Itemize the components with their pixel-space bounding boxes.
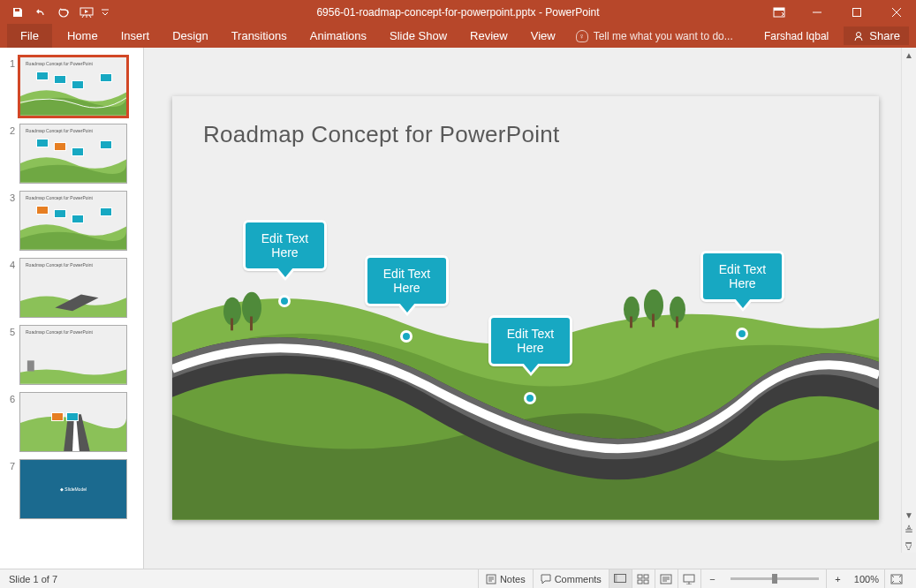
pin-1[interactable]: [278, 295, 291, 307]
callout-2[interactable]: Edit Text Here: [365, 255, 449, 306]
comments-icon: [541, 574, 551, 584]
tab-design[interactable]: Design: [161, 24, 219, 48]
callout-1[interactable]: Edit Text Here: [243, 220, 327, 271]
redo-icon: [57, 6, 70, 19]
thumb-number: 6: [0, 392, 19, 404]
maximize-button[interactable]: [837, 0, 876, 24]
maximize-icon: [852, 8, 861, 17]
comments-button[interactable]: Comments: [533, 569, 609, 589]
scroll-up-button[interactable]: ▲: [902, 48, 916, 63]
tab-transitions[interactable]: Transitions: [220, 24, 299, 48]
share-label: Share: [869, 29, 900, 42]
svg-rect-3: [774, 8, 784, 11]
slideshow-view-button[interactable]: [678, 569, 700, 589]
presentation-icon: [79, 6, 94, 19]
callout-3[interactable]: Edit Text Here: [488, 315, 572, 366]
pin-3[interactable]: [524, 392, 536, 404]
vertical-scrollbar[interactable]: ▲ ▼ ≜ ⩢: [901, 48, 916, 553]
tell-me-placeholder: Tell me what you want to do...: [594, 30, 733, 42]
pin-4[interactable]: [736, 328, 748, 340]
close-button[interactable]: [876, 0, 916, 24]
file-tab[interactable]: File: [7, 24, 52, 48]
reading-icon: [660, 574, 672, 584]
slide-thumbnail-6[interactable]: [19, 392, 127, 452]
minimize-button[interactable]: [797, 0, 837, 24]
slide-thumbnail-4[interactable]: Roadmap Concept for PowerPoint: [19, 258, 127, 318]
thumb-number: 4: [0, 258, 19, 270]
qat-customize-button[interactable]: [99, 2, 111, 23]
reading-view-button[interactable]: [655, 569, 678, 589]
slide-thumbnail-2[interactable]: Roadmap Concept for PowerPoint: [19, 124, 127, 184]
prev-slide-button[interactable]: ≜: [902, 523, 916, 538]
next-slide-button[interactable]: ⩢: [902, 538, 916, 553]
thumb-number: 1: [0, 57, 19, 69]
svg-point-5: [857, 32, 861, 36]
svg-rect-8: [231, 319, 233, 331]
minimize-icon: [813, 8, 821, 17]
svg-rect-25: [684, 575, 694, 582]
svg-rect-22: [638, 580, 642, 584]
redo-button[interactable]: [53, 2, 74, 23]
window-controls: [797, 0, 916, 24]
slide-thumbnails-panel: 1Roadmap Concept for PowerPoint 2Roadmap…: [0, 48, 144, 569]
svg-rect-23: [644, 580, 648, 584]
notes-icon: [486, 574, 496, 584]
thumb-number: 5: [0, 325, 19, 337]
tab-slide-show[interactable]: Slide Show: [378, 24, 458, 48]
tab-animations[interactable]: Animations: [299, 24, 378, 48]
pin-2[interactable]: [400, 330, 413, 343]
callout-4[interactable]: Edit Text Here: [700, 251, 784, 302]
ribbon-tabs: File Home Insert Design Transitions Anim…: [0, 24, 916, 48]
svg-rect-21: [644, 575, 648, 578]
status-bar: Slide 1 of 7 Notes Comments − + 100%: [0, 569, 916, 588]
slide-thumbnail-5[interactable]: Roadmap Concept for PowerPoint: [19, 325, 127, 385]
normal-view-button[interactable]: [609, 569, 632, 589]
svg-rect-19: [615, 574, 617, 582]
slide-thumbnail-7[interactable]: ◆ SlideModel: [19, 459, 127, 519]
zoom-slider[interactable]: [731, 577, 819, 580]
save-button[interactable]: [7, 2, 28, 23]
content-area: 1Roadmap Concept for PowerPoint 2Roadmap…: [0, 48, 916, 569]
normal-view-icon: [614, 574, 626, 584]
quick-access-toolbar: [0, 2, 111, 23]
zoom-in-button[interactable]: +: [826, 569, 849, 589]
svg-rect-14: [652, 314, 655, 328]
undo-button[interactable]: [30, 2, 51, 23]
slide-thumbnail-1[interactable]: Roadmap Concept for PowerPoint: [19, 57, 127, 117]
zoom-out-button[interactable]: −: [700, 569, 723, 589]
tell-me-search[interactable]: ♀ Tell me what you want to do...: [576, 30, 733, 42]
scroll-down-button[interactable]: ▼: [902, 508, 916, 523]
thumb-number: 2: [0, 124, 19, 136]
title-bar: 6956-01-roadmap-concept-for-powerpoint.p…: [0, 0, 916, 24]
chevron-down-icon: [102, 9, 109, 16]
tab-insert[interactable]: Insert: [110, 24, 162, 48]
svg-rect-10: [250, 317, 253, 331]
share-button[interactable]: Share: [844, 26, 909, 45]
sorter-icon: [637, 574, 649, 584]
start-slideshow-button[interactable]: [76, 2, 97, 23]
tab-home[interactable]: Home: [56, 24, 110, 48]
share-icon: [852, 30, 865, 42]
zoom-level[interactable]: 100%: [849, 569, 884, 589]
save-icon: [11, 6, 24, 19]
ribbon-options-icon: [773, 7, 785, 18]
slide-sorter-view-button[interactable]: [632, 569, 655, 589]
tab-review[interactable]: Review: [458, 24, 519, 48]
lightbulb-icon: ♀: [576, 30, 588, 42]
close-icon: [892, 8, 901, 17]
zoom-slider-thumb[interactable]: [772, 574, 777, 584]
slide-canvas[interactable]: Roadmap Concept for PowerPoint Edit Text…: [172, 96, 879, 520]
slideshow-icon: [683, 574, 695, 584]
ribbon-display-options-button[interactable]: [766, 0, 792, 24]
slide-title-text[interactable]: Roadmap Concept for PowerPoint: [203, 121, 560, 148]
window-title: 6956-01-roadmap-concept-for-powerpoint.p…: [316, 6, 599, 19]
user-name[interactable]: Farshad Iqbal: [753, 24, 840, 48]
svg-rect-20: [638, 575, 642, 578]
fit-icon: [890, 574, 903, 584]
fit-to-window-button[interactable]: [884, 569, 907, 589]
tab-view[interactable]: View: [519, 24, 567, 48]
svg-rect-6: [27, 361, 34, 372]
notes-button[interactable]: Notes: [478, 569, 533, 589]
svg-rect-12: [630, 317, 632, 328]
slide-thumbnail-3[interactable]: Roadmap Concept for PowerPoint: [19, 191, 127, 251]
